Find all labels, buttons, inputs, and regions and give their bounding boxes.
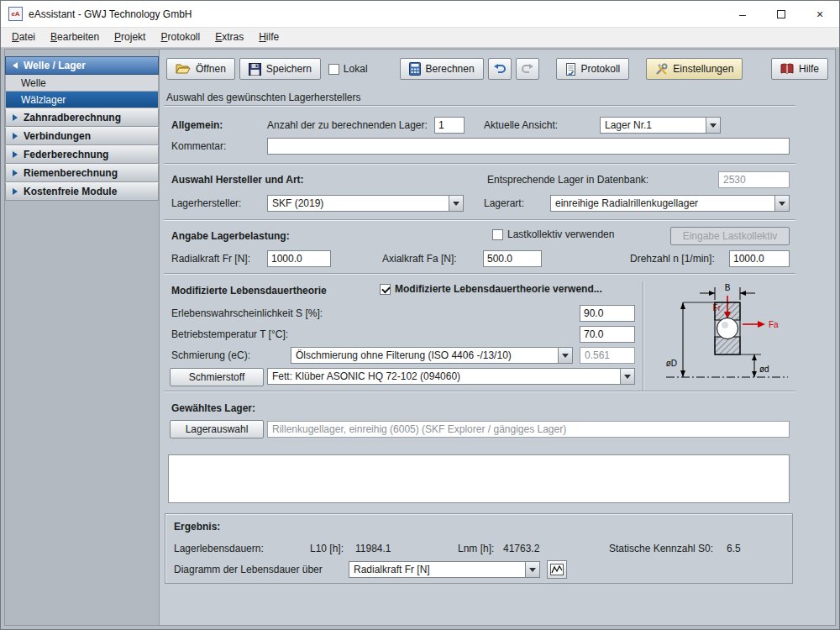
chevron-down-icon[interactable] bbox=[774, 196, 789, 211]
menu-projekt[interactable]: Projekt bbox=[107, 28, 153, 47]
chevron-down-icon[interactable] bbox=[706, 118, 720, 133]
comment-input[interactable] bbox=[267, 138, 790, 155]
main-panel: Öffnen Speichern Lokal Berechnen bbox=[159, 50, 835, 625]
bearing-life-label: Lagerlebensdauern: bbox=[174, 543, 264, 554]
help-button-label: Hilfe bbox=[799, 63, 819, 75]
dim-outer-diameter-label: øD bbox=[666, 359, 677, 368]
separator-line bbox=[164, 219, 795, 221]
sidebar-item-welle[interactable]: Welle bbox=[5, 75, 159, 92]
axial-force-input[interactable] bbox=[483, 250, 542, 267]
sidebar-module-welle-lager[interactable]: Welle / Lager bbox=[5, 56, 159, 75]
sidebar: Welle / Lager Welle Wälzlager Zahnradber… bbox=[5, 50, 159, 625]
current-view-select[interactable]: Lager Nr.1 bbox=[600, 117, 721, 134]
life-diagram-select[interactable]: Radialkraft Fr [N] bbox=[349, 561, 540, 578]
life-diagram-chart-button[interactable] bbox=[547, 560, 567, 579]
separator-line bbox=[164, 391, 795, 392]
section-general-title: Allgemein: bbox=[171, 119, 223, 131]
load-collective-button-label: Eingabe Lastkollektiv bbox=[683, 230, 778, 242]
sidebar-module-verbindungen[interactable]: Verbindungen bbox=[5, 127, 159, 145]
speed-input[interactable] bbox=[729, 250, 790, 267]
sidebar-module-kostenfreie-module[interactable]: Kostenfreie Module bbox=[5, 182, 159, 201]
chevron-down-icon[interactable] bbox=[449, 196, 463, 211]
life-theory-checkbox-row[interactable]: Modifizierte Lebensdauertheorie verwend.… bbox=[380, 283, 602, 295]
bearing-type-select[interactable]: einreihige Radialrillenkugellager bbox=[550, 195, 790, 212]
radial-force-input[interactable] bbox=[267, 250, 331, 267]
close-button[interactable]: × bbox=[801, 1, 839, 28]
force-fa-label: Fa bbox=[769, 320, 779, 329]
info-text-area[interactable] bbox=[168, 454, 790, 503]
page-title: Auswahl des gewünschten Lagerherstellers bbox=[166, 92, 360, 103]
local-checkbox[interactable] bbox=[328, 64, 339, 75]
module-collapsed-icon bbox=[13, 133, 18, 139]
local-checkbox-row[interactable]: Lokal bbox=[328, 63, 368, 75]
menu-protokoll[interactable]: Protokoll bbox=[153, 28, 207, 47]
lubrication-value: Ölschmierung ohne Filterung (ISO 4406 -/… bbox=[291, 349, 558, 361]
lubrication-select[interactable]: Ölschmierung ohne Filterung (ISO 4406 -/… bbox=[291, 347, 573, 364]
axial-force-label: Axialkraft Fa [N]: bbox=[382, 253, 457, 265]
chevron-down-icon[interactable] bbox=[525, 562, 539, 577]
calculate-button-label: Berechnen bbox=[426, 63, 475, 75]
help-button[interactable]: Hilfe bbox=[771, 58, 828, 80]
manufacturer-value: SKF (2019) bbox=[268, 197, 449, 209]
menu-bar: Datei Bearbeiten Projekt Protokoll Extra… bbox=[1, 28, 839, 48]
module-collapsed-icon bbox=[13, 151, 18, 158]
comment-label: Kommentar: bbox=[171, 140, 226, 152]
undo-button[interactable] bbox=[488, 58, 512, 80]
sidebar-item-label: Welle bbox=[21, 77, 46, 89]
load-collective-button[interactable]: Eingabe Lastkollektiv bbox=[670, 227, 790, 245]
lubricant-button[interactable]: Schmierstoff bbox=[170, 368, 264, 386]
manufacturer-select[interactable]: SKF (2019) bbox=[267, 195, 464, 212]
menu-bearbeiten[interactable]: Bearbeiten bbox=[43, 28, 107, 47]
section-life-theory-title: Modifizierte Lebensdauertheorie bbox=[171, 285, 327, 297]
title-bar: eA eAssistant - GWJ Technology GmbH – × bbox=[1, 1, 839, 28]
selected-bearing-field: Rillenkugellager, einreihig (6005) (SKF … bbox=[267, 421, 790, 438]
current-view-value: Lager Nr.1 bbox=[601, 119, 706, 131]
dim-b-label: B bbox=[725, 283, 731, 292]
section-load-title: Angabe Lagerbelastung: bbox=[171, 230, 290, 242]
chart-curve-icon bbox=[550, 564, 564, 575]
lubricant-select[interactable]: Fett: Klüber ASONIC HQ 72-102 (094060) bbox=[267, 368, 635, 385]
save-button[interactable]: Speichern bbox=[239, 58, 321, 80]
menu-extras[interactable]: Extras bbox=[207, 28, 251, 47]
redo-button[interactable] bbox=[516, 58, 539, 80]
settings-button[interactable]: Einstellungen bbox=[646, 58, 743, 80]
minimize-button[interactable]: – bbox=[723, 1, 762, 28]
protocol-button[interactable]: Protokoll bbox=[556, 58, 630, 80]
lnm-value: 41763.2 bbox=[503, 543, 539, 554]
window-controls: – × bbox=[723, 1, 839, 28]
tools-icon bbox=[655, 63, 668, 76]
menu-hilfe[interactable]: Hilfe bbox=[251, 28, 286, 47]
menu-datei[interactable]: Datei bbox=[4, 28, 43, 47]
separator-line bbox=[164, 163, 795, 165]
section-manufacturer-title: Auswahl Hersteller und Art: bbox=[171, 174, 304, 186]
sidebar-item-waelzlager[interactable]: Wälzlager bbox=[5, 92, 159, 108]
sidebar-module-federberechnung[interactable]: Federberechnung bbox=[5, 145, 159, 164]
survival-probability-label: Erlebenswahrscheinlichkeit S [%]: bbox=[171, 307, 323, 319]
life-theory-checkbox[interactable] bbox=[380, 284, 391, 295]
section-selected-bearing-title: Gewähltes Lager: bbox=[171, 402, 255, 414]
sidebar-module-riemenberechnung[interactable]: Riemenberechnung bbox=[5, 164, 159, 182]
bearing-selection-button[interactable]: Lagerauswahl bbox=[170, 420, 264, 438]
life-diagram-label: Diagramm der Lebensdauer über bbox=[174, 564, 323, 575]
life-theory-checkbox-label: Modifizierte Lebensdauertheorie verwend.… bbox=[395, 283, 602, 295]
sidebar-module-zahnradberechnung[interactable]: Zahnradberechnung bbox=[5, 108, 159, 127]
load-collective-checkbox-row[interactable]: Lastkollektiv verwenden bbox=[492, 228, 614, 240]
open-button[interactable]: Öffnen bbox=[166, 58, 235, 80]
sidebar-module-label: Kostenfreie Module bbox=[24, 186, 117, 197]
sidebar-module-label: Riemenberechnung bbox=[24, 167, 118, 179]
chevron-down-icon[interactable] bbox=[558, 348, 572, 363]
static-safety-value: 6.5 bbox=[727, 543, 741, 554]
maximize-icon bbox=[777, 10, 785, 18]
redo-icon bbox=[521, 64, 534, 74]
module-expanded-icon bbox=[13, 62, 18, 69]
load-collective-checkbox[interactable] bbox=[492, 229, 503, 240]
sidebar-module-label: Verbindungen bbox=[24, 130, 91, 142]
maximize-button[interactable] bbox=[762, 1, 801, 28]
bearing-count-input[interactable] bbox=[434, 117, 465, 134]
separator-line bbox=[164, 105, 795, 107]
operating-temperature-input[interactable] bbox=[580, 326, 635, 343]
lubricant-button-label: Schmierstoff bbox=[189, 371, 244, 383]
survival-probability-input[interactable] bbox=[580, 305, 635, 322]
calculate-button[interactable]: Berechnen bbox=[400, 58, 484, 80]
chevron-down-icon[interactable] bbox=[620, 369, 634, 384]
